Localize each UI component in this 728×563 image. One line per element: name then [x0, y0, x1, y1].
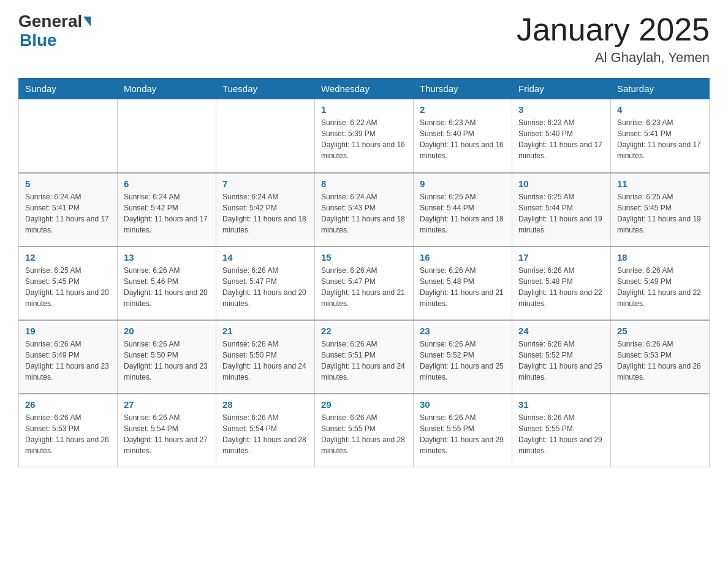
calendar-cell: 8Sunrise: 6:24 AMSunset: 5:43 PMDaylight… — [315, 173, 414, 247]
calendar-cell: 2Sunrise: 6:23 AMSunset: 5:40 PMDaylight… — [414, 99, 512, 173]
calendar-cell: 15Sunrise: 6:26 AMSunset: 5:47 PMDayligh… — [315, 247, 414, 320]
day-number: 10 — [518, 178, 604, 189]
logo-text-general: General — [18, 12, 82, 31]
day-number: 1 — [321, 104, 407, 115]
logo-arrow-icon — [83, 17, 91, 26]
day-number: 29 — [321, 399, 407, 410]
day-number: 17 — [518, 252, 604, 262]
day-info: Sunrise: 6:26 AMSunset: 5:53 PMDaylight:… — [25, 412, 111, 456]
day-number: 4 — [617, 104, 703, 115]
logo: General Blue — [18, 12, 91, 50]
day-number: 7 — [222, 178, 308, 189]
calendar-cell: 1Sunrise: 6:22 AMSunset: 5:39 PMDaylight… — [315, 99, 414, 173]
day-info: Sunrise: 6:25 AMSunset: 5:45 PMDaylight:… — [25, 265, 111, 309]
calendar-cell: 18Sunrise: 6:26 AMSunset: 5:49 PMDayligh… — [611, 247, 710, 320]
calendar-cell: 17Sunrise: 6:26 AMSunset: 5:48 PMDayligh… — [512, 247, 611, 320]
day-number: 27 — [124, 399, 210, 410]
day-number: 31 — [518, 399, 604, 410]
day-info: Sunrise: 6:23 AMSunset: 5:40 PMDaylight:… — [420, 117, 506, 161]
day-info: Sunrise: 6:26 AMSunset: 5:47 PMDaylight:… — [321, 265, 407, 309]
calendar-week-row: 19Sunrise: 6:26 AMSunset: 5:49 PMDayligh… — [19, 320, 710, 394]
logo-text-blue: Blue — [20, 31, 57, 50]
calendar-cell — [216, 99, 315, 173]
calendar-cell: 21Sunrise: 6:26 AMSunset: 5:50 PMDayligh… — [216, 320, 315, 394]
day-info: Sunrise: 6:22 AMSunset: 5:39 PMDaylight:… — [321, 117, 407, 161]
day-info: Sunrise: 6:26 AMSunset: 5:54 PMDaylight:… — [222, 412, 308, 456]
day-info: Sunrise: 6:26 AMSunset: 5:55 PMDaylight:… — [420, 412, 506, 456]
calendar-week-row: 26Sunrise: 6:26 AMSunset: 5:53 PMDayligh… — [19, 394, 710, 467]
day-info: Sunrise: 6:23 AMSunset: 5:40 PMDaylight:… — [518, 117, 604, 161]
calendar-cell — [118, 99, 216, 173]
calendar-cell: 27Sunrise: 6:26 AMSunset: 5:54 PMDayligh… — [118, 394, 216, 467]
page-header: General Blue January 2025 Al Ghaylah, Ye… — [18, 12, 710, 66]
calendar-cell: 22Sunrise: 6:26 AMSunset: 5:51 PMDayligh… — [315, 320, 414, 394]
day-info: Sunrise: 6:24 AMSunset: 5:41 PMDaylight:… — [25, 191, 111, 236]
day-info: Sunrise: 6:26 AMSunset: 5:48 PMDaylight:… — [420, 265, 506, 309]
day-number: 3 — [518, 104, 604, 115]
calendar-cell: 30Sunrise: 6:26 AMSunset: 5:55 PMDayligh… — [414, 394, 512, 467]
title-block: January 2025 Al Ghaylah, Yemen — [517, 12, 710, 66]
calendar-cell: 25Sunrise: 6:26 AMSunset: 5:53 PMDayligh… — [611, 320, 710, 394]
day-number: 6 — [124, 178, 210, 189]
calendar-cell: 29Sunrise: 6:26 AMSunset: 5:55 PMDayligh… — [315, 394, 414, 467]
day-number: 28 — [222, 399, 308, 410]
calendar-table: SundayMondayTuesdayWednesdayThursdayFrid… — [18, 78, 710, 467]
weekday-header-monday: Monday — [118, 79, 216, 99]
day-number: 20 — [124, 326, 210, 336]
day-info: Sunrise: 6:26 AMSunset: 5:50 PMDaylight:… — [222, 339, 308, 383]
calendar-cell — [611, 394, 710, 467]
day-info: Sunrise: 6:25 AMSunset: 5:44 PMDaylight:… — [518, 191, 604, 236]
weekday-header-row: SundayMondayTuesdayWednesdayThursdayFrid… — [19, 79, 710, 99]
calendar-cell: 23Sunrise: 6:26 AMSunset: 5:52 PMDayligh… — [414, 320, 512, 394]
day-number: 26 — [25, 399, 111, 410]
day-info: Sunrise: 6:25 AMSunset: 5:44 PMDaylight:… — [420, 191, 506, 236]
day-number: 2 — [420, 104, 506, 115]
day-info: Sunrise: 6:26 AMSunset: 5:48 PMDaylight:… — [518, 265, 604, 309]
day-number: 30 — [420, 399, 506, 410]
day-number: 16 — [420, 252, 506, 262]
day-info: Sunrise: 6:26 AMSunset: 5:52 PMDaylight:… — [518, 339, 604, 383]
day-info: Sunrise: 6:26 AMSunset: 5:51 PMDaylight:… — [321, 339, 407, 383]
day-info: Sunrise: 6:26 AMSunset: 5:55 PMDaylight:… — [321, 412, 407, 456]
calendar-title: January 2025 — [517, 12, 710, 47]
day-info: Sunrise: 6:26 AMSunset: 5:49 PMDaylight:… — [617, 265, 703, 309]
calendar-cell: 28Sunrise: 6:26 AMSunset: 5:54 PMDayligh… — [216, 394, 315, 467]
day-number: 13 — [124, 252, 210, 262]
day-info: Sunrise: 6:26 AMSunset: 5:53 PMDaylight:… — [617, 339, 703, 383]
weekday-header-sunday: Sunday — [19, 79, 118, 99]
calendar-cell: 26Sunrise: 6:26 AMSunset: 5:53 PMDayligh… — [19, 394, 118, 467]
day-info: Sunrise: 6:26 AMSunset: 5:47 PMDaylight:… — [222, 265, 308, 309]
weekday-header-tuesday: Tuesday — [216, 79, 315, 99]
calendar-cell — [19, 99, 118, 173]
weekday-header-friday: Friday — [512, 79, 611, 99]
calendar-cell: 6Sunrise: 6:24 AMSunset: 5:42 PMDaylight… — [118, 173, 216, 247]
day-number: 9 — [420, 178, 506, 189]
day-info: Sunrise: 6:26 AMSunset: 5:55 PMDaylight:… — [518, 412, 604, 456]
calendar-cell: 24Sunrise: 6:26 AMSunset: 5:52 PMDayligh… — [512, 320, 611, 394]
day-info: Sunrise: 6:24 AMSunset: 5:43 PMDaylight:… — [321, 191, 407, 236]
calendar-cell: 7Sunrise: 6:24 AMSunset: 5:42 PMDaylight… — [216, 173, 315, 247]
calendar-subtitle: Al Ghaylah, Yemen — [517, 50, 710, 66]
day-number: 23 — [420, 326, 506, 336]
calendar-cell: 4Sunrise: 6:23 AMSunset: 5:41 PMDaylight… — [611, 99, 710, 173]
calendar-cell: 9Sunrise: 6:25 AMSunset: 5:44 PMDaylight… — [414, 173, 512, 247]
day-number: 11 — [617, 178, 703, 189]
calendar-cell: 31Sunrise: 6:26 AMSunset: 5:55 PMDayligh… — [512, 394, 611, 467]
calendar-cell: 11Sunrise: 6:25 AMSunset: 5:45 PMDayligh… — [611, 173, 710, 247]
calendar-week-row: 5Sunrise: 6:24 AMSunset: 5:41 PMDaylight… — [19, 173, 710, 247]
calendar-cell: 19Sunrise: 6:26 AMSunset: 5:49 PMDayligh… — [19, 320, 118, 394]
day-info: Sunrise: 6:24 AMSunset: 5:42 PMDaylight:… — [124, 191, 210, 236]
day-number: 22 — [321, 326, 407, 336]
calendar-cell: 3Sunrise: 6:23 AMSunset: 5:40 PMDaylight… — [512, 99, 611, 173]
day-info: Sunrise: 6:26 AMSunset: 5:46 PMDaylight:… — [124, 265, 210, 309]
weekday-header-wednesday: Wednesday — [315, 79, 414, 99]
day-number: 25 — [617, 326, 703, 336]
day-info: Sunrise: 6:24 AMSunset: 5:42 PMDaylight:… — [222, 191, 308, 236]
calendar-week-row: 1Sunrise: 6:22 AMSunset: 5:39 PMDaylight… — [19, 99, 710, 173]
day-number: 24 — [518, 326, 604, 336]
calendar-cell: 10Sunrise: 6:25 AMSunset: 5:44 PMDayligh… — [512, 173, 611, 247]
calendar-cell: 16Sunrise: 6:26 AMSunset: 5:48 PMDayligh… — [414, 247, 512, 320]
day-number: 18 — [617, 252, 703, 262]
day-info: Sunrise: 6:26 AMSunset: 5:50 PMDaylight:… — [124, 339, 210, 383]
calendar-cell: 14Sunrise: 6:26 AMSunset: 5:47 PMDayligh… — [216, 247, 315, 320]
